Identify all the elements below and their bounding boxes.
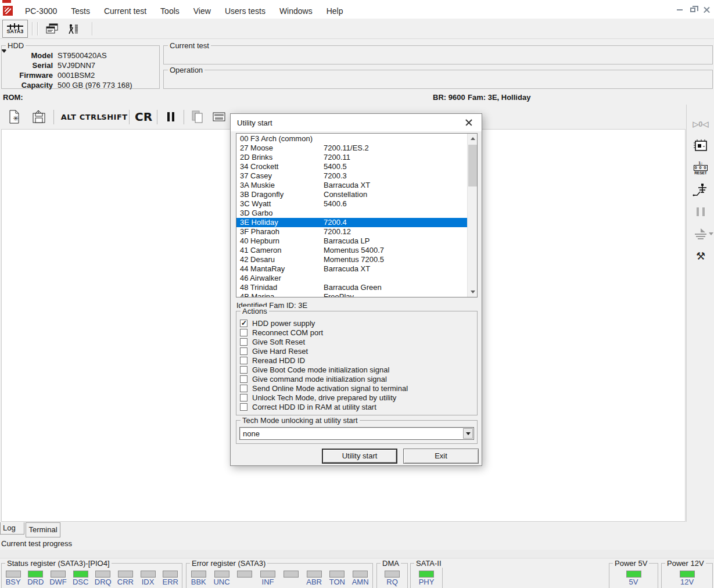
- ctrl-key-button[interactable]: CTRL: [79, 107, 102, 127]
- menu-item-help[interactable]: Help: [320, 3, 350, 19]
- hdd-field-value: 0001BSM2: [58, 70, 95, 80]
- led-cell: AMN: [349, 571, 371, 586]
- combobox-dropdown-button[interactable]: [463, 428, 473, 439]
- hdd-field-row: Capacity500 GB (976 773 168): [8, 80, 132, 90]
- restore-button[interactable]: [686, 3, 699, 16]
- action-checkbox[interactable]: [240, 394, 247, 401]
- family-list-item[interactable]: 40 HepburnBarracuda LP: [236, 236, 467, 246]
- pause-terminal-button[interactable]: [160, 107, 181, 127]
- family-list-item[interactable]: 00 F3 Arch (common): [236, 134, 467, 144]
- dialog-titlebar[interactable]: Utility start: [231, 114, 482, 131]
- dropdown-arrow-icon[interactable]: [709, 232, 713, 235]
- menu-item-current-test[interactable]: Current test: [97, 3, 153, 19]
- action-checkbox[interactable]: [240, 329, 247, 336]
- action-checkbox[interactable]: [240, 403, 247, 411]
- action-checkbox[interactable]: [240, 338, 247, 346]
- action-checkbox[interactable]: [240, 347, 247, 355]
- run-script-button[interactable]: [687, 223, 714, 245]
- led-indicator-amn: [353, 571, 368, 578]
- tab-terminal[interactable]: Terminal: [26, 522, 60, 537]
- action-label: HDD power supply: [252, 319, 315, 328]
- tab-log[interactable]: Log: [0, 522, 24, 535]
- utility-start-button[interactable]: Utility start: [322, 449, 397, 464]
- led-label: DRQ: [95, 578, 112, 586]
- family-list-item[interactable]: 34 Crockett5400.5: [236, 162, 467, 171]
- family-list-item[interactable]: 27 Moose7200.11/ES.2: [236, 144, 467, 153]
- action-checkbox[interactable]: [240, 366, 247, 374]
- led-indicator-unc: [214, 571, 229, 578]
- family-list-item[interactable]: 48 TrinidadBarracuda Green: [236, 283, 467, 292]
- counter-reset-button[interactable]: 1↓ 0 0 0 RESET: [687, 157, 714, 179]
- hdd-field-label: Model: [8, 51, 53, 60]
- save-log-button[interactable]: [29, 107, 49, 127]
- led-indicator-rq: [385, 571, 400, 578]
- led-cell: UNC: [211, 571, 233, 586]
- family-list-scrollbar[interactable]: [467, 134, 477, 297]
- exit-button[interactable]: Exit: [403, 449, 479, 464]
- minimize-button[interactable]: [673, 3, 686, 16]
- status-group-title: Status register (SATA3)-[PIO4]: [5, 559, 112, 568]
- scrollbar-thumb[interactable]: [468, 145, 477, 187]
- power-relay-button[interactable]: [687, 179, 714, 201]
- family-id: 00 F3 Arch (common): [236, 134, 324, 144]
- dialog-close-button[interactable]: [455, 114, 482, 131]
- techmode-group: Tech Mode unlocking at utility start non…: [236, 420, 478, 444]
- family-id: 4B Marina: [236, 292, 324, 297]
- family-list-item[interactable]: 42 DesaruMomentus 7200.5: [236, 255, 467, 264]
- windows-cascade-button[interactable]: [44, 21, 60, 37]
- chip-resources-button[interactable]: [687, 135, 714, 157]
- tools-button[interactable]: [687, 245, 714, 267]
- toolbar-separator: [32, 22, 33, 35]
- action-checkbox[interactable]: [240, 375, 247, 383]
- user-exit-button[interactable]: [65, 21, 81, 37]
- menu-item-view[interactable]: View: [186, 3, 218, 19]
- menu-item-tests[interactable]: Tests: [64, 3, 97, 19]
- techmode-combobox[interactable]: none: [239, 427, 474, 440]
- toolbar-separator: [37, 22, 38, 35]
- family-list[interactable]: 00 F3 Arch (common)27 Moose7200.11/ES.22…: [236, 133, 478, 297]
- scroll-down-arrow-icon[interactable]: [468, 287, 478, 297]
- clear-terminal-button[interactable]: ✳: [5, 107, 24, 127]
- action-checkbox[interactable]: [240, 357, 247, 364]
- led-label: PHY: [419, 578, 435, 586]
- menu-item-users-tests[interactable]: Users tests: [218, 3, 272, 19]
- status-bar: Status register (SATA3)-[PIO4]BSYDRDDWFD…: [0, 558, 714, 588]
- action-checkbox[interactable]: [240, 385, 247, 392]
- family-list-item[interactable]: 37 Casey7200.3: [236, 171, 467, 181]
- led-row: 12V: [662, 571, 712, 586]
- copy-button[interactable]: [187, 107, 207, 127]
- close-button[interactable]: [699, 3, 713, 16]
- family-list-item[interactable]: 44 MantaRayBarracuda XT: [236, 264, 467, 274]
- pc3000-window: { "colors": { "accent": "#c8271f", "sele…: [0, 0, 714, 588]
- led-label: 5V: [629, 578, 638, 586]
- family-list-item[interactable]: 3C Wyatt5400.6: [236, 199, 467, 209]
- action-checkbox[interactable]: [240, 320, 247, 327]
- family-list-item[interactable]: 46 Airwalker: [236, 274, 467, 283]
- family-list-item[interactable]: 3F Pharaoh7200.12: [236, 227, 467, 236]
- action-label: Give Hard Reset: [252, 347, 308, 356]
- family-list-item[interactable]: 4B MarinaFreePlay: [236, 292, 467, 297]
- loopback-button[interactable]: [687, 113, 714, 135]
- family-list-item[interactable]: 41 CameronMomentus 5400.7: [236, 246, 467, 255]
- shift-key-button[interactable]: SHIFT: [102, 107, 127, 127]
- menu-item-tools[interactable]: Tools: [153, 3, 186, 19]
- led-indicator-bsy: [6, 571, 21, 578]
- run-script-icon: [693, 227, 709, 241]
- family-list-item[interactable]: 3D Garbo: [236, 209, 467, 218]
- keyboard-input-button[interactable]: [209, 107, 229, 127]
- menu-item-windows[interactable]: Windows: [272, 3, 320, 19]
- sata3-port-button[interactable]: SATA3: [2, 20, 28, 38]
- led-cell: 5V: [623, 571, 645, 586]
- alt-key-button[interactable]: ALT: [58, 107, 79, 127]
- scroll-up-arrow-icon[interactable]: [468, 134, 478, 144]
- led-cell: DRD: [24, 571, 46, 586]
- family-list-item[interactable]: 3B DragonflyConstellation: [236, 190, 467, 199]
- family-list-item[interactable]: 3E Holliday7200.4: [236, 218, 467, 227]
- toolbar-separator: [92, 22, 92, 35]
- cr-button[interactable]: CR: [131, 107, 156, 127]
- pause-rail-button[interactable]: [687, 201, 714, 223]
- family-list-item[interactable]: 2D Brinks7200.11: [236, 153, 467, 162]
- family-id: 34 Crockett: [236, 162, 324, 171]
- menu-item-pc-3000[interactable]: PC-3000: [18, 3, 64, 19]
- family-list-item[interactable]: 3A MuskieBarracuda XT: [236, 181, 467, 190]
